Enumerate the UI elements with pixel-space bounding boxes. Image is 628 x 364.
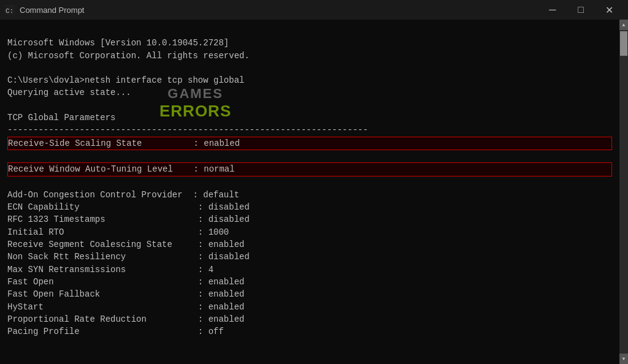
highlighted-row1: Receive-Side Scaling State : enabled xyxy=(7,137,612,150)
title-bar-controls: ─ □ ✕ xyxy=(538,0,623,20)
output-row11: Fast Open Fallback : enabled xyxy=(7,289,244,299)
output-row12: HyStart : enabled xyxy=(7,302,244,312)
output-row6: Initial RTO : 1000 xyxy=(7,227,229,237)
highlighted-row2: Receive Window Auto-Tuning Level : norma… xyxy=(7,162,612,176)
output-row7: Receive Segment Coalescing State : enabl… xyxy=(7,240,244,249)
output-row10: Fast Open : enabled xyxy=(7,277,244,287)
svg-text:C:: C: xyxy=(6,7,13,15)
output-empty xyxy=(7,352,12,362)
scrollbar[interactable]: ▲ ▼ xyxy=(619,20,628,364)
output-row13: Proportional Rate Reduction : enabled xyxy=(7,314,244,324)
output-row14: Pacing Profile : off xyxy=(7,327,224,336)
output-row5: RFC 1323 Timestamps : disabled xyxy=(7,214,250,224)
output-row9: Max SYN Retransmissions : 4 xyxy=(7,265,213,275)
output-divider: ----------------------------------------… xyxy=(7,125,368,135)
output-row3: Add-On Congestion Control Provider : def… xyxy=(7,190,239,200)
scrollbar-down-button[interactable]: ▼ xyxy=(619,354,628,364)
output-line1: Microsoft Windows [Version 10.0.19045.27… xyxy=(7,38,229,48)
output-line2: (c) Microsoft Corporation. All rights re… xyxy=(7,51,250,61)
output-line5: Querying active state... xyxy=(7,88,131,97)
scrollbar-thumb[interactable] xyxy=(620,31,627,56)
scrollbar-up-button[interactable]: ▲ xyxy=(619,20,628,30)
output-row4: ECN Capability : disabled xyxy=(7,202,250,212)
console-wrapper: GAMES ERRORS Microsoft Windows [Version … xyxy=(0,20,628,364)
title-bar[interactable]: C: Command Prompt ─ □ ✕ xyxy=(0,0,628,20)
maximize-button[interactable]: □ xyxy=(567,0,595,20)
output-line4: C:\Users\dovla>netsh interface tcp show … xyxy=(7,75,244,85)
minimize-button[interactable]: ─ xyxy=(538,0,567,20)
console-output: Microsoft Windows [Version 10.0.19045.27… xyxy=(7,25,612,364)
output-row8: Non Sack Rtt Resiliency : disabled xyxy=(7,252,250,262)
title-bar-title: Command Prompt xyxy=(20,6,84,15)
cmd-icon: C: xyxy=(5,5,15,15)
close-button[interactable]: ✕ xyxy=(595,0,623,20)
output-line7: TCP Global Parameters xyxy=(7,113,115,123)
console-content: GAMES ERRORS Microsoft Windows [Version … xyxy=(0,20,619,364)
title-bar-left: C: Command Prompt xyxy=(5,5,84,15)
